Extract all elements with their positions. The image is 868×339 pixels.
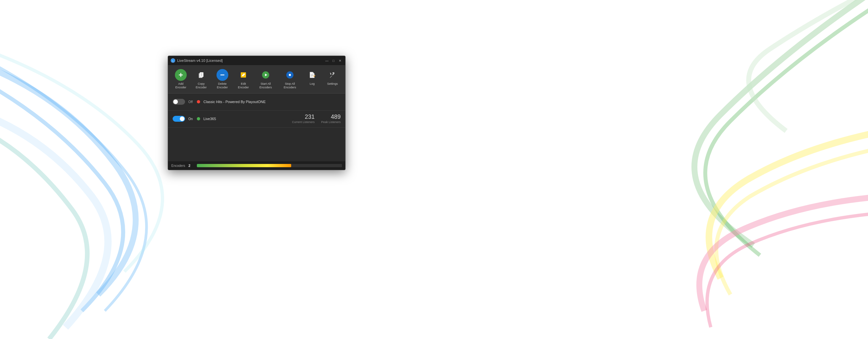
add-encoder-button[interactable]: Add Encoder	[171, 68, 190, 91]
delete-encoder-icon	[217, 69, 228, 81]
copy-encoder-label: Copy Encoder	[193, 82, 209, 89]
maximize-button[interactable]: □	[331, 58, 336, 63]
log-button[interactable]: Log	[303, 68, 322, 87]
encoder-1-toggle[interactable]	[173, 99, 185, 105]
start-all-label: Start All Encoders	[256, 82, 275, 89]
current-listeners-block: 231 Current Listeners	[292, 114, 314, 124]
delete-encoder-label: Delete Encoder	[214, 82, 230, 89]
svg-text:L: L	[172, 60, 174, 62]
log-label: Log	[310, 82, 314, 86]
app-icon: L	[170, 58, 175, 63]
peak-listeners-block: 489 Peak Listeners	[321, 114, 341, 124]
current-listeners-count: 231	[292, 114, 314, 120]
window-title: LiveStream v4.10 [Licensed]	[177, 59, 223, 63]
toolbar: Add Encoder Copy Encoder	[168, 65, 345, 94]
stop-all-label: Stop All Encoders	[280, 82, 299, 89]
copy-encoder-button[interactable]: Copy Encoder	[192, 68, 211, 91]
listener-stats: 231 Current Listeners 489 Peak Listeners	[292, 114, 341, 124]
peak-listeners-label: Peak Listeners	[321, 121, 341, 124]
add-encoder-icon	[175, 69, 187, 81]
stop-all-button[interactable]: Stop All Encoders	[278, 68, 301, 91]
encoder-2-toggle[interactable]	[173, 116, 185, 122]
minimize-button[interactable]: —	[324, 58, 330, 63]
vu-fill	[197, 164, 291, 167]
edit-encoder-label: Edit Encoder	[236, 82, 251, 89]
add-encoder-label: Add Encoder	[173, 82, 188, 89]
title-bar: L LiveStream v4.10 [Licensed] — □ ✕	[168, 56, 345, 65]
encoders-label: Encoders	[171, 164, 185, 168]
encoder-list: Off Classic Hits - Powered By PlayoutONE…	[168, 94, 345, 161]
title-bar-left: L LiveStream v4.10 [Licensed]	[170, 58, 223, 63]
encoder-row-1[interactable]: Off Classic Hits - Powered By PlayoutONE	[168, 94, 345, 111]
encoder-1-status-dot	[197, 100, 200, 103]
stop-all-icon	[284, 69, 296, 81]
encoders-count: 2	[188, 164, 190, 168]
settings-label: Settings	[327, 82, 338, 86]
close-button[interactable]: ✕	[337, 58, 343, 63]
peak-listeners-count: 489	[321, 114, 341, 120]
vu-meter	[197, 164, 342, 167]
encoder-1-name: Classic Hits - Powered By PlayoutONE	[204, 100, 341, 104]
copy-encoder-icon	[195, 69, 207, 81]
current-listeners-label: Current Listeners	[292, 121, 314, 124]
start-all-icon	[260, 69, 272, 81]
log-icon	[306, 69, 318, 81]
encoder-1-toggle-label: Off	[188, 100, 193, 104]
encoder-2-status-dot	[197, 117, 200, 121]
app-window: L LiveStream v4.10 [Licensed] — □ ✕ Add …	[168, 56, 346, 170]
settings-button[interactable]: Settings	[323, 68, 342, 87]
encoder-2-toggle-label: On	[188, 117, 193, 121]
encoder-row-2[interactable]: On Live365 231 Current Listeners 489 Pea…	[168, 111, 345, 128]
status-bar: Encoders 2	[168, 161, 345, 170]
start-all-button[interactable]: Start All Encoders	[254, 68, 277, 91]
edit-encoder-icon	[238, 69, 249, 81]
delete-encoder-button[interactable]: Delete Encoder	[212, 68, 232, 91]
settings-icon	[327, 69, 338, 81]
svg-rect-16	[289, 74, 291, 76]
window-controls: — □ ✕	[324, 58, 343, 63]
edit-encoder-button[interactable]: Edit Encoder	[234, 68, 253, 91]
encoder-2-name: Live365	[204, 117, 288, 121]
